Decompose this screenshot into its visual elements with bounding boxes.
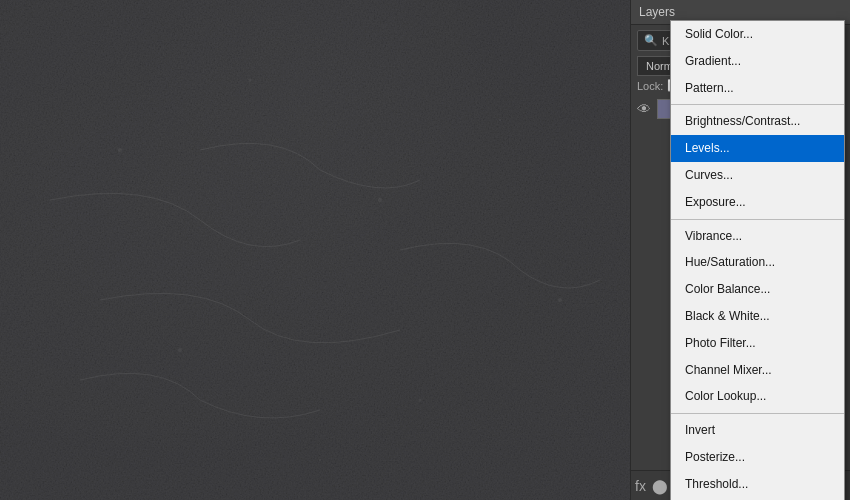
menu-item-posterize[interactable]: Posterize... [671,444,844,471]
menu-item-photo-filter[interactable]: Photo Filter... [671,330,844,357]
fx-button[interactable]: fx [635,478,646,494]
svg-point-4 [499,119,501,121]
adjustment-dropdown-menu: Solid Color...Gradient...Pattern...Brigh… [670,20,845,500]
menu-item-curves[interactable]: Curves... [671,162,844,189]
svg-point-1 [118,148,122,152]
svg-rect-0 [0,0,630,500]
menu-item-channel-mixer[interactable]: Channel Mixer... [671,357,844,384]
menu-item-levels[interactable]: Levels... [671,135,844,162]
menu-item-brightness-contrast[interactable]: Brightness/Contrast... [671,108,844,135]
svg-point-6 [419,399,422,402]
layers-title: Layers [639,5,675,19]
svg-point-8 [319,459,321,461]
lock-label: Lock: [637,80,663,92]
menu-item-color-balance[interactable]: Color Balance... [671,276,844,303]
menu-item-exposure[interactable]: Exposure... [671,189,844,216]
svg-point-2 [249,79,252,82]
search-icon: 🔍 [644,34,658,47]
layers-panel: Layers 🔍 Ki Normal Opacity: Lock: ⬜ ✏️ ✚… [630,0,850,500]
menu-item-black-white[interactable]: Black & White... [671,303,844,330]
svg-point-3 [378,198,382,202]
menu-separator [671,104,844,105]
menu-item-invert[interactable]: Invert [671,417,844,444]
menu-item-color-lookup[interactable]: Color Lookup... [671,383,844,410]
svg-point-7 [558,298,562,302]
menu-separator [671,413,844,414]
canvas-area [0,0,630,500]
menu-item-solid-color[interactable]: Solid Color... [671,21,844,48]
layer-visibility-icon[interactable]: 👁 [637,101,651,117]
svg-point-5 [178,348,182,352]
menu-item-gradient[interactable]: Gradient... [671,48,844,75]
menu-separator [671,219,844,220]
new-fill-layer-button[interactable]: ⬤ [652,478,668,494]
menu-item-vibrance[interactable]: Vibrance... [671,223,844,250]
menu-item-threshold[interactable]: Threshold... [671,471,844,498]
canvas-texture [0,0,630,500]
menu-item-pattern[interactable]: Pattern... [671,75,844,102]
menu-item-hue-saturation[interactable]: Hue/Saturation... [671,249,844,276]
